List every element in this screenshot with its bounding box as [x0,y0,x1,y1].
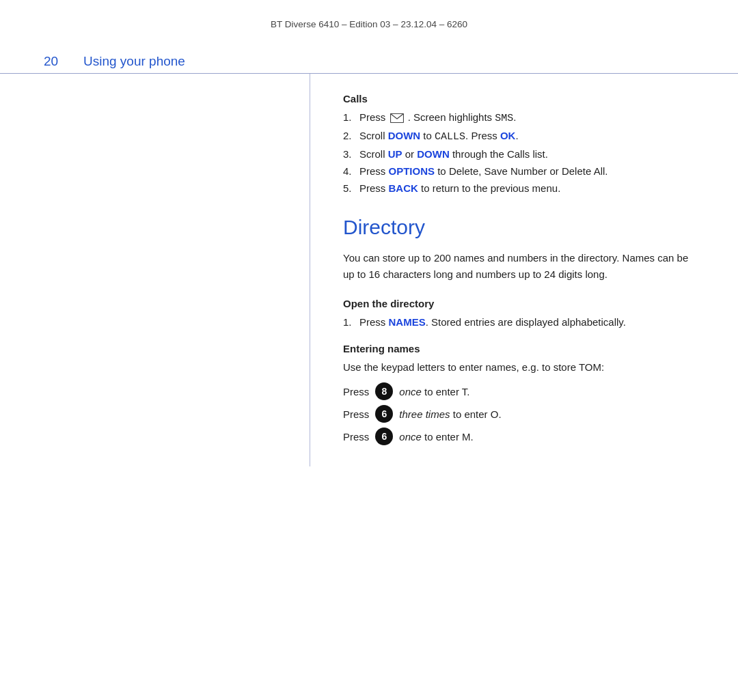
list-item: 4. Press OPTIONS to Delete, Save Number … [343,165,694,177]
down-keyword: DOWN [388,130,421,141]
list-item-text: Press . Screen highlights SMS. [359,111,516,124]
calls-mono: CALLS [435,131,465,143]
header-text: BT Diverse 6410 – Edition 03 – 23.12.04 … [271,19,467,29]
list-item: 5. Press BACK to return to the previous … [343,182,694,194]
page: BT Diverse 6410 – Edition 03 – 23.12.04 … [0,0,738,700]
directory-section: Directory You can store up to 200 names … [343,216,694,445]
list-item: 2. Scroll DOWN to CALLS. Press OK. [343,130,694,143]
right-column: Calls 1. Press . Screen highlights SMS. … [310,74,694,466]
list-item: 1. Press NAMES. Stored entries are displ… [343,316,694,328]
names-keyword: NAMES [389,316,426,328]
open-directory-title: Open the directory [343,298,694,309]
chapter-title: Using your phone [83,54,185,69]
press-line-3: Press 6 once to enter M. [343,428,694,445]
ok-keyword: OK [500,130,516,141]
press-line-2: Press 6 three times to enter O. [343,405,694,423]
entering-names-intro: Use the keypad letters to enter names, e… [343,361,694,373]
page-number: 20 [44,54,64,69]
directory-heading: Directory [343,216,694,239]
list-item-text: Scroll DOWN to CALLS. Press OK. [359,130,519,143]
chapter-header: 20 Using your phone [0,42,738,74]
list-num: 4. [343,165,359,177]
press-label-1: Press [343,386,369,397]
left-column [44,74,310,466]
page-header-meta: BT Diverse 6410 – Edition 03 – 23.12.04 … [0,0,738,42]
list-num: 3. [343,148,359,160]
list-item: 3. Scroll UP or DOWN through the Calls l… [343,148,694,160]
back-keyword: BACK [389,182,418,194]
up-keyword: UP [388,148,402,160]
list-num: 5. [343,182,359,194]
press-text-3: once to enter M. [399,431,473,443]
list-item-text: Press OPTIONS to Delete, Save Number or … [359,165,608,177]
entering-names-block: Entering names Use the keypad letters to… [343,343,694,445]
options-keyword: OPTIONS [389,165,435,177]
list-num: 1. [343,316,359,328]
content-area: Calls 1. Press . Screen highlights SMS. … [0,74,738,466]
open-directory-list: 1. Press NAMES. Stored entries are displ… [343,316,694,328]
list-item-text: Press BACK to return to the previous men… [359,182,560,194]
list-num: 1. [343,111,359,123]
calls-section-title: Calls [343,93,694,104]
key-6-badge-1: 6 [375,405,393,423]
press-label-3: Press [343,431,369,443]
list-item-text: Scroll UP or DOWN through the Calls list… [359,148,548,160]
down-keyword2: DOWN [417,148,450,160]
press-line-1: Press 8 once to enter T. [343,382,694,400]
list-item-text: Press NAMES. Stored entries are displaye… [359,316,626,328]
sms-mono: SMS [495,113,513,124]
list-num: 2. [343,130,359,141]
envelope-icon [390,113,404,123]
press-text-2: three times to enter O. [399,408,501,420]
calls-list: 1. Press . Screen highlights SMS. 2. Scr… [343,111,694,194]
press-label-2: Press [343,408,369,420]
entering-names-title: Entering names [343,343,694,354]
directory-desc: You can store up to 200 names and number… [343,250,694,283]
list-item: 1. Press . Screen highlights SMS. [343,111,694,124]
key-6-badge-2: 6 [375,428,393,445]
press-text-1: once to enter T. [399,386,469,397]
key-8-badge: 8 [375,382,393,400]
